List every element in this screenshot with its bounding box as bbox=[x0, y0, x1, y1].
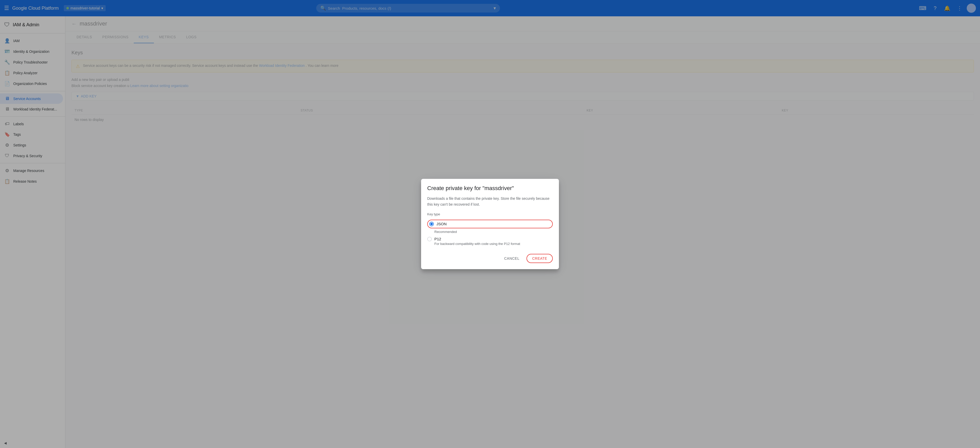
json-key-option[interactable]: JSON Recommended bbox=[427, 220, 553, 234]
modal-overlay: Create private key for "massdriver" Down… bbox=[0, 0, 980, 448]
modal-title: Create private key for "massdriver" bbox=[427, 185, 553, 192]
json-radio[interactable] bbox=[429, 222, 434, 226]
json-label: JSON bbox=[436, 222, 447, 226]
json-option-row: JSON bbox=[429, 222, 447, 226]
p12-option-row: P12 bbox=[427, 237, 553, 241]
cancel-button[interactable]: CANCEL bbox=[499, 254, 525, 262]
json-option-circle: JSON bbox=[427, 220, 553, 228]
radio-inner bbox=[430, 223, 433, 225]
p12-key-option[interactable]: P12 For backward compatibility with code… bbox=[427, 237, 553, 246]
modal-description: Downloads a file that contains the priva… bbox=[427, 196, 553, 207]
key-type-label: Key type bbox=[427, 212, 553, 216]
json-sublabel: Recommended bbox=[434, 230, 553, 234]
p12-radio[interactable] bbox=[427, 237, 432, 241]
p12-label: P12 bbox=[434, 237, 441, 241]
p12-sublabel: For backward compatibility with code usi… bbox=[434, 242, 553, 246]
modal-actions: CANCEL CREATE bbox=[427, 254, 553, 263]
create-button[interactable]: CREATE bbox=[527, 254, 553, 263]
create-key-modal: Create private key for "massdriver" Down… bbox=[421, 179, 559, 269]
